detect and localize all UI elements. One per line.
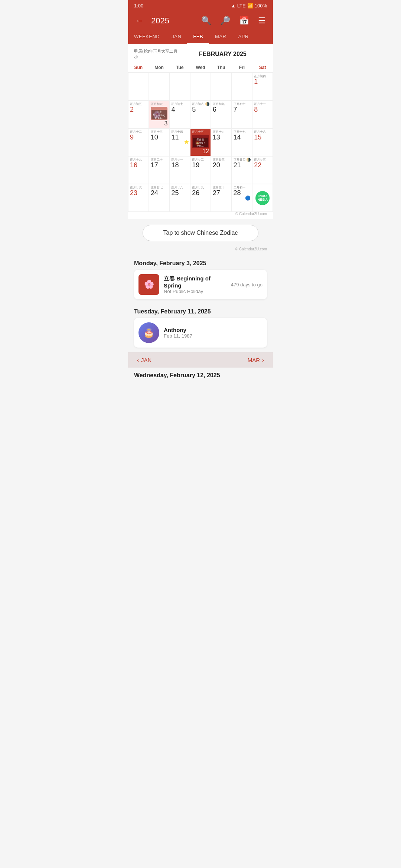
day-18[interactable]: 正月廿一 18 <box>169 156 190 184</box>
battery-label: 100% <box>255 3 267 9</box>
day-empty-3 <box>169 73 190 101</box>
event-name-birthday: Anthony <box>164 327 263 333</box>
day-17[interactable]: 正月二十 17 <box>149 156 170 184</box>
day-15[interactable]: 正月十八 15 <box>252 128 273 156</box>
event-section-feb3: Monday, February 3, 2025 🌸 立春 Beginning … <box>128 256 273 299</box>
tab-feb[interactable]: FEB <box>187 30 209 44</box>
lte-label: LTE <box>237 3 246 9</box>
indonesia-badge: INDONESIA <box>255 191 270 205</box>
signal-icon: 📶 <box>247 3 253 9</box>
day-headers: Sun Mon Tue Wed Thu Fri Sat <box>128 62 273 73</box>
moon-icon-21: 🌗 <box>246 158 251 162</box>
calendar-header: 甲辰(蛇)年正月大至二月小 FEBRUARY 2025 <box>128 44 273 62</box>
tap-zodiac-button[interactable]: Tap to show Chinese Zodiac <box>143 225 258 241</box>
tab-jan[interactable]: JAN <box>166 30 187 44</box>
day-empty-5 <box>211 73 232 101</box>
day-27[interactable]: 正月三十 27 <box>211 184 232 212</box>
header-mon: Mon <box>149 62 170 72</box>
bottom-nav: ‹ JAN MAR › <box>128 352 273 368</box>
day-16[interactable]: 正月十九 16 <box>128 156 149 184</box>
header-sun: Sun <box>128 62 149 72</box>
event-info-birthday: Anthony Feb 11, 1987 <box>164 327 263 339</box>
spring-event: 🌸 立春 Beginni ng of Sp... <box>151 107 168 120</box>
event-image-spring: 🌸 <box>138 274 159 295</box>
next-label: MAR <box>248 357 260 363</box>
day-7[interactable]: 正月初十 7 <box>232 101 252 128</box>
status-bar: 1:00 ▲ LTE 📶 100% <box>128 0 273 11</box>
date-label-feb11: Tuesday, February 11, 2025 <box>134 308 267 315</box>
time: 1:00 <box>134 3 143 9</box>
header-sat: Sat <box>252 62 273 72</box>
event-days-spring: 479 days to go <box>231 282 263 287</box>
event-card-birthday[interactable]: 🎂 Anthony Feb 11, 1987 <box>134 318 267 348</box>
day-22[interactable]: 正月廿五 22 <box>252 156 273 184</box>
tab-apr[interactable]: APR <box>232 30 254 44</box>
day-number-1: 1 <box>254 78 271 85</box>
prev-label: JAN <box>141 357 151 363</box>
back-button[interactable]: ← <box>133 14 147 27</box>
day-12[interactable]: 正月十五 🏮 元宵节 Lanter n Fes... 12 <box>190 128 211 156</box>
day-empty-1 <box>128 73 149 101</box>
day-6[interactable]: 正月初九 6 <box>211 101 232 128</box>
day-8[interactable]: 正月十一 8 <box>252 101 273 128</box>
lantern-event: 🏮 元宵节 Lanter n Fes... <box>192 135 209 148</box>
day-indonesia[interactable]: INDONESIA <box>252 184 273 212</box>
week-1: 正月初四 1 <box>128 73 273 101</box>
event-sub-birthday: Feb 11, 1987 <box>164 333 263 339</box>
day-19[interactable]: 正月廿二 19 <box>190 156 211 184</box>
lunar-label: 甲辰(蛇)年正月大至二月小 <box>134 49 178 60</box>
day-10[interactable]: 正月十三 10 <box>149 128 170 156</box>
day-21[interactable]: 正月廿四 21 🌗 <box>232 156 252 184</box>
day-9[interactable]: 正月十二 9 <box>128 128 149 156</box>
day-24[interactable]: 正月廿七 24 <box>149 184 170 212</box>
week-5: 正月廿六 23 正月廿七 24 正月廿八 25 正月廿九 26 正月三十 27 … <box>128 184 273 212</box>
status-icons: ▲ LTE 📶 100% <box>231 3 267 9</box>
next-section-label: Wednesday, February 12, 2025 <box>128 368 273 380</box>
tab-weekend[interactable]: WEEKEND <box>128 30 166 44</box>
day-13[interactable]: 正月十六 13 <box>211 128 232 156</box>
day-3[interactable]: 正月初六 🌸 立春 Beginni ng of Sp... 3 <box>149 101 170 128</box>
calendar-icon[interactable]: 📅 <box>236 14 252 27</box>
tab-mar[interactable]: MAR <box>209 30 232 44</box>
day-11[interactable]: 正月十四 11 ⭐ <box>169 128 190 156</box>
header-wed: Wed <box>190 62 211 72</box>
header-fri: Fri <box>232 62 252 72</box>
day-14[interactable]: 正月十七 14 <box>232 128 252 156</box>
moon-icon-5: 🌗 <box>205 102 209 106</box>
day-25[interactable]: 正月廿八 25 <box>169 184 190 212</box>
zoom-out-icon[interactable]: 🔎 <box>217 14 233 27</box>
full-moon-icon: 🔵 <box>245 195 251 201</box>
day-2[interactable]: 正月初五 2 <box>128 101 149 128</box>
week-2: 正月初五 2 正月初六 🌸 立春 Beginni ng of Sp... 3 正… <box>128 101 273 128</box>
day-empty-4 <box>190 73 211 101</box>
calendar-container: 甲辰(蛇)年正月大至二月小 FEBRUARY 2025 Sun Mon Tue … <box>128 44 273 219</box>
day-empty-6 <box>232 73 252 101</box>
list-icon[interactable]: ☰ <box>255 14 268 27</box>
birthday-image: 🎂 <box>138 322 159 343</box>
year-title: 2025 <box>151 16 195 26</box>
prev-month-button[interactable]: ‹ JAN <box>137 357 151 363</box>
copyright-bottom: © Calendar2U.com <box>128 247 273 256</box>
day-empty-2 <box>149 73 170 101</box>
day-4[interactable]: 正月初七 4 <box>169 101 190 128</box>
star-icon-11: ⭐ <box>184 140 189 144</box>
search-icon[interactable]: 🔍 <box>198 14 214 27</box>
event-name-spring: 立春 Beginning of Spring <box>164 275 226 289</box>
date-label-feb3: Monday, February 3, 2025 <box>134 260 267 267</box>
header-thu: Thu <box>211 62 232 72</box>
next-month-button[interactable]: MAR › <box>248 357 264 363</box>
day-26[interactable]: 正月廿九 26 <box>190 184 211 212</box>
day-5[interactable]: 正月初八 5 🌗 <box>190 101 211 128</box>
week-4: 正月十九 16 正月二十 17 正月廿一 18 正月廿二 19 正月廿三 20 … <box>128 156 273 184</box>
day-1[interactable]: 正月初四 1 <box>252 73 273 101</box>
event-sub-spring: Not Public Holiday <box>164 289 226 294</box>
event-card-spring[interactable]: 🌸 立春 Beginning of Spring Not Public Holi… <box>134 270 267 299</box>
day-23[interactable]: 正月廿六 23 <box>128 184 149 212</box>
day-20[interactable]: 正月廿三 20 <box>211 156 232 184</box>
header-tue: Tue <box>169 62 190 72</box>
calendar-title: FEBRUARY 2025 <box>178 51 267 57</box>
next-icon: › <box>262 357 264 363</box>
day-28[interactable]: 二月初一 28 🔵 <box>232 184 252 212</box>
event-section-feb11: Tuesday, February 11, 2025 🎂 Anthony Feb… <box>128 304 273 348</box>
copyright: © Calendar2U.com <box>128 212 273 219</box>
